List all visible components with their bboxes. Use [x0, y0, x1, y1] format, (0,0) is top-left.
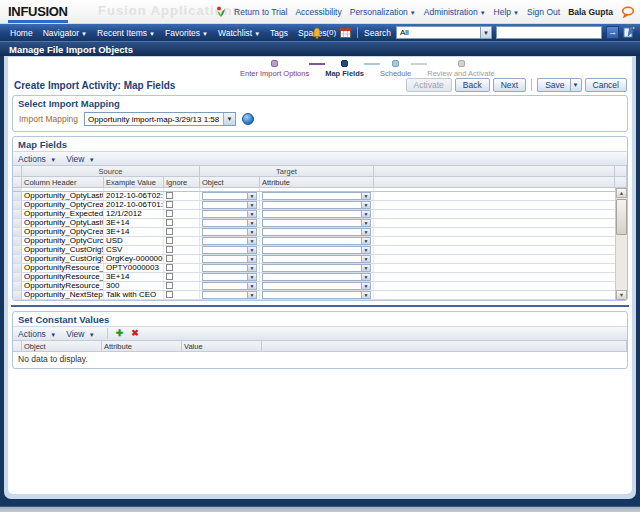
link-personalization[interactable]: Personalization▼ — [350, 7, 416, 17]
row-header[interactable] — [13, 255, 22, 263]
attribute-select[interactable]: ▼ — [262, 264, 371, 272]
ignore-checkbox[interactable] — [166, 282, 173, 289]
row-header[interactable] — [13, 282, 22, 290]
object-select[interactable]: ▼ — [202, 219, 257, 227]
attribute-select[interactable]: ▼ — [262, 228, 371, 236]
page-tab-title[interactable]: Manage File Import Objects — [0, 44, 133, 55]
column-header-attribute[interactable]: Attribute — [102, 341, 182, 352]
scroll-down-icon[interactable]: ▼ — [616, 290, 627, 300]
ignore-checkbox[interactable] — [166, 201, 173, 208]
add-row-icon[interactable]: ✚ — [116, 329, 124, 338]
chevron-down-icon[interactable]: ▼ — [247, 292, 256, 298]
chevron-down-icon[interactable]: ▼ — [247, 211, 256, 217]
object-select[interactable]: ▼ — [202, 210, 257, 218]
nav-item-watchlist[interactable]: Watchlist▼ — [218, 28, 260, 38]
chevron-down-icon[interactable]: ▼ — [361, 193, 370, 199]
row-header[interactable] — [13, 192, 22, 200]
chat-bubble-icon[interactable] — [621, 6, 635, 18]
row-header[interactable] — [13, 291, 22, 299]
chevron-down-icon[interactable]: ▼ — [361, 202, 370, 208]
ignore-checkbox[interactable] — [166, 228, 173, 235]
nav-item-tags[interactable]: Tags — [270, 28, 288, 38]
chevron-down-icon[interactable]: ▼ — [361, 265, 370, 271]
row-header[interactable] — [13, 210, 22, 218]
column-header-object[interactable]: Object — [22, 341, 102, 352]
column-header-attribute[interactable]: Attribute — [260, 177, 374, 188]
chevron-down-icon[interactable]: ▼ — [247, 265, 256, 271]
chevron-down-icon[interactable]: ▼ — [247, 220, 256, 226]
ignore-checkbox[interactable] — [166, 246, 173, 253]
chevron-down-icon[interactable]: ▼ — [361, 292, 370, 298]
chevron-down-icon[interactable]: ▼ — [361, 247, 370, 253]
notifications-bell-icon[interactable] — [312, 27, 322, 39]
save-menu-arrow-icon[interactable]: ▼ — [570, 78, 582, 92]
chevron-down-icon[interactable]: ▼ — [247, 247, 256, 253]
next-button[interactable]: Next — [493, 78, 526, 92]
row-header[interactable] — [13, 228, 22, 236]
ignore-checkbox[interactable] — [166, 264, 173, 271]
ignore-checkbox[interactable] — [166, 291, 173, 298]
notification-count[interactable]: (0) — [326, 28, 336, 37]
link-return-to-trial[interactable]: Return to Trial — [234, 7, 287, 17]
row-header[interactable] — [13, 264, 22, 272]
calendar-icon[interactable] — [340, 28, 351, 38]
object-select[interactable]: ▼ — [202, 201, 257, 209]
nav-item-navigator[interactable]: Navigator▼ — [43, 28, 87, 38]
scroll-up-icon[interactable]: ▲ — [616, 188, 627, 198]
train-stop-enter-import-options[interactable]: Enter Import Options — [240, 60, 309, 78]
chevron-down-icon[interactable]: ▼ — [247, 238, 256, 244]
chevron-down-icon[interactable]: ▼ — [247, 274, 256, 280]
object-select[interactable]: ▼ — [202, 228, 257, 236]
nav-item-recent-items[interactable]: Recent Items▼ — [97, 28, 155, 38]
link-accessibility[interactable]: Accessibility — [295, 7, 341, 17]
chevron-down-icon[interactable]: ▼ — [361, 220, 370, 226]
chevron-down-icon[interactable]: ▼ — [223, 113, 235, 125]
link-help[interactable]: Help▼ — [494, 7, 519, 17]
actions-menu[interactable]: Actions ▼ — [18, 329, 56, 339]
ignore-checkbox[interactable] — [166, 219, 173, 226]
attribute-select[interactable]: ▼ — [262, 219, 371, 227]
import-mapping-select[interactable]: Opportunity import-map-3/29/13 1:58 ▼ — [84, 112, 236, 126]
link-sign-out[interactable]: Sign Out — [527, 7, 560, 17]
back-button[interactable]: Back — [455, 78, 490, 92]
chevron-down-icon[interactable]: ▼ — [361, 229, 370, 235]
save-button[interactable]: Save — [537, 78, 569, 92]
chevron-down-icon[interactable]: ▼ — [247, 283, 256, 289]
chevron-down-icon[interactable]: ▼ — [247, 202, 256, 208]
search-scope-select[interactable]: All ▼ — [396, 26, 492, 39]
ignore-checkbox[interactable] — [166, 273, 173, 280]
attribute-select[interactable]: ▼ — [262, 237, 371, 245]
column-header-column-header[interactable]: Column Header — [22, 177, 104, 188]
scrollbar-thumb[interactable] — [616, 199, 627, 235]
object-select[interactable]: ▼ — [202, 291, 257, 299]
column-header-ignore[interactable]: Ignore — [164, 177, 200, 188]
chevron-down-icon[interactable]: ▼ — [247, 193, 256, 199]
nav-item-favorites[interactable]: Favorites▼ — [165, 28, 208, 38]
ignore-checkbox[interactable] — [166, 210, 173, 217]
ignore-checkbox[interactable] — [166, 192, 173, 199]
chevron-down-icon[interactable]: ▼ — [361, 256, 370, 262]
chevron-down-icon[interactable]: ▼ — [361, 238, 370, 244]
view-menu[interactable]: View ▼ — [66, 329, 95, 339]
object-select[interactable]: ▼ — [202, 273, 257, 281]
cancel-button[interactable]: Cancel — [585, 78, 627, 92]
train-stop-icon[interactable] — [458, 60, 465, 67]
train-stop-map-fields[interactable]: Map Fields — [325, 60, 364, 78]
column-header-value[interactable]: Value — [182, 341, 262, 352]
section-splitter[interactable] — [11, 305, 629, 307]
chevron-down-icon[interactable]: ▼ — [361, 283, 370, 289]
ignore-checkbox[interactable] — [166, 237, 173, 244]
chevron-down-icon[interactable]: ▼ — [247, 229, 256, 235]
train-stop-icon[interactable] — [392, 60, 399, 67]
attribute-select[interactable]: ▼ — [262, 282, 371, 290]
attribute-select[interactable]: ▼ — [262, 291, 371, 299]
attribute-select[interactable]: ▼ — [262, 201, 371, 209]
object-select[interactable]: ▼ — [202, 237, 257, 245]
delete-row-icon[interactable]: ✖ — [131, 329, 139, 338]
object-select[interactable]: ▼ — [202, 264, 257, 272]
object-select[interactable]: ▼ — [202, 255, 257, 263]
train-stop-schedule[interactable]: Schedule — [380, 60, 411, 78]
object-select[interactable]: ▼ — [202, 192, 257, 200]
refresh-mapping-icon[interactable] — [242, 113, 254, 125]
advanced-search-icon[interactable] — [623, 26, 635, 39]
